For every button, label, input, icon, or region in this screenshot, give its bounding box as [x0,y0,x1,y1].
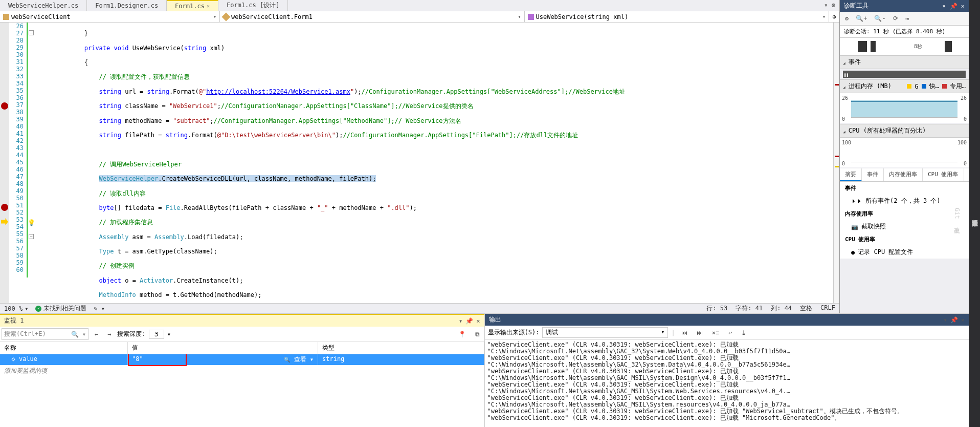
output-line: "webServiceClient.exe" (CLR v4.0.30319: … [487,368,967,381]
code-line[interactable]: byte[] filedata = File.ReadAllBytes(file… [40,204,833,211]
session-info: 诊断会话: 11 秒 (已选择 8.408 秒) [840,26,969,38]
code-line[interactable]: // 调用WebServiceHelper [40,161,833,168]
chevron-down-icon: ▾ [213,14,216,19]
col-name[interactable]: 名称 [0,342,128,354]
line-number-gutter: 2627282930313233343536373839404142434445… [9,23,27,303]
find-icon[interactable]: ⏮ [678,328,691,338]
events-bar [843,71,966,78]
record-cpu-link[interactable]: 记录 CPU 配置文件 [840,246,969,259]
breakpoint-icon[interactable] [1,102,8,110]
output-source-label: 显示输出来源(S): [488,328,540,337]
code-line[interactable]: // 创建实例 [40,262,833,269]
code-line[interactable]: } [40,30,833,37]
zoom-out-icon[interactable]: 🔍- [872,14,887,23]
code-line[interactable]: string methodName = "subtract";//Configu… [40,117,833,124]
cursor-col: 列: 44 [771,304,792,313]
gear-icon[interactable]: ▾ ⚙ [820,0,839,11]
tab-summary[interactable]: 摘要 [840,168,862,181]
memory-section-header[interactable]: 进程内存 (MB) G快…专用… [840,79,969,93]
col-value[interactable]: 值 [128,342,318,354]
section-events: 事件 [840,182,969,195]
memory-chart[interactable]: 26 26 0 0 [840,93,969,123]
watch-search-input[interactable]: 搜索(Ctrl+E)🔍 ▾ [2,328,88,340]
add-watch-placeholder[interactable]: 添加要监视的项 [0,365,484,377]
cursor-char: 字符: 41 [736,304,763,313]
breakpoint-gutter[interactable] [0,23,9,303]
clear-icon[interactable]: ⨯≡ [709,328,722,338]
code-body[interactable]: } private void UseWebService(string xml)… [38,23,833,303]
code-line[interactable]: string filePath = string.Format(@"D:\tes… [40,132,833,139]
output-line: "webServiceClient.exe" (CLR v4.0.30319: … [487,395,967,408]
cpu-chart[interactable]: 100 100 0 0 [840,138,969,167]
cursor-line: 行: 53 [706,304,727,313]
code-line[interactable]: object o = Activator.CreateInstance(t); [40,277,833,284]
record-icon [851,249,855,256]
events-section-header[interactable]: 事件 [840,55,969,69]
tab-designer[interactable]: Form1.Designer.cs [87,0,167,11]
code-line[interactable]: MethodInfo method = t.GetMethod(methodNa… [40,291,833,298]
tab-form1-cs[interactable]: Form1.cs✕ [167,0,218,11]
code-line[interactable]: string url = string.Format(@"http://loca… [40,88,833,95]
diag-tabstrip: 摘要 事件 内存使用率 CPU 使用率 [840,168,969,182]
split-button[interactable]: ⊕ [829,11,839,22]
current-line-arrow-icon [1,218,8,225]
nav-fwd-icon[interactable]: → [104,329,114,339]
side-tab-git[interactable]: Git 更改 [951,205,962,226]
filter-icon[interactable]: ⧉ [472,329,483,339]
tab-events[interactable]: 事件 [862,168,884,181]
col-type[interactable]: 类型 [318,342,484,354]
output-title[interactable]: 输出▾📌✕ [485,314,969,326]
lens-icon[interactable] [284,356,290,363]
issues-indicator[interactable]: ✓未找到相关问题 [35,304,86,313]
zoom-in-icon[interactable]: 🔍+ [854,14,869,23]
all-events-link[interactable]: ⏵⏵ 所有事件(2 个，共 3 个) [840,195,969,207]
zoom-level[interactable]: 100 % ▾ [4,305,28,312]
cpu-section-header[interactable]: CPU (所有处理器的百分比) [840,124,969,138]
code-line[interactable]: WebServiceHelper.CreateWebServiceDLL(url… [40,175,833,182]
fold-icon[interactable]: − [29,30,34,35]
wrap-icon[interactable]: ↩ [725,328,735,338]
tab-memory[interactable]: 内存使用率 [884,168,923,181]
code-line[interactable]: Assembly asm = Assembly.Load(filedata); [40,233,833,241]
tab-cpu[interactable]: CPU 使用率 [923,168,964,181]
code-line[interactable]: private void UseWebService(string xml) [40,45,833,52]
nav-class-dropdown[interactable]: webServiceClient.Form1▾ [220,11,525,22]
code-line[interactable]: // 读取配置文件，获取配置信息 [40,73,833,80]
watch-row[interactable]: ◇ value "8" 查看 ▾ string [0,354,484,365]
timeline[interactable]: 8秒 [840,38,969,55]
scrollbar-minimap[interactable] [833,23,839,303]
section-memory: 内存使用率 [840,207,969,220]
outline-gutter[interactable]: − − 💡 [27,23,38,303]
depth-input[interactable] [149,330,164,339]
lineend-mode[interactable]: CRLF [820,304,835,313]
watch-title[interactable]: 监视 1▾📌✕ [0,314,484,327]
output-body[interactable]: "webServiceClient.exe" (CLR v4.0.30319: … [485,340,969,427]
code-line[interactable]: Type t = asm.GetType(className); [40,248,833,255]
code-line[interactable]: // 读取dll内容 [40,190,833,197]
output-source-dropdown[interactable]: 调试▾ [542,327,668,338]
code-line[interactable]: { [40,59,833,66]
gear-icon[interactable]: ⚙ [843,14,851,23]
watch-pane: 监视 1▾📌✕ 搜索(Ctrl+E)🔍 ▾ ← → 搜索深度: ▾ 📍 ⧉ 名称… [0,314,485,427]
nav-member-dropdown[interactable]: UseWebService(string xml)▾ [525,11,830,22]
code-line[interactable] [40,146,833,153]
find-icon[interactable]: ⏭ [694,328,706,338]
class-icon [222,12,231,21]
tab-webservicehelper[interactable]: WebServiceHelper.cs [0,0,87,11]
close-icon[interactable]: ✕ [207,3,210,9]
breakpoint-icon[interactable] [1,204,8,211]
nav-project-dropdown[interactable]: webServiceClient▾ [0,11,220,22]
indent-mode[interactable]: 空格 [800,304,812,313]
reset-zoom-icon[interactable]: ⟳ [891,14,900,23]
tab-form1-design[interactable]: Form1.cs [设计] [218,0,288,11]
code-line[interactable]: // 加载程序集信息 [40,219,833,226]
fold-icon[interactable]: − [29,234,34,239]
snapshot-link[interactable]: 截取快照 [840,220,969,233]
nav-back-icon[interactable]: ← [92,329,101,339]
to-right-icon[interactable]: ⇥ [903,14,911,23]
code-line[interactable]: string className = "WebService1";//Confi… [40,102,833,110]
code-editor[interactable]: 2627282930313233343536373839404142434445… [0,23,839,303]
side-tab-solution-explorer[interactable]: 解决方案资源管理器 [969,212,980,218]
pin-icon[interactable]: 📍 [455,329,469,339]
scroll-icon[interactable]: ⤓ [738,328,749,338]
